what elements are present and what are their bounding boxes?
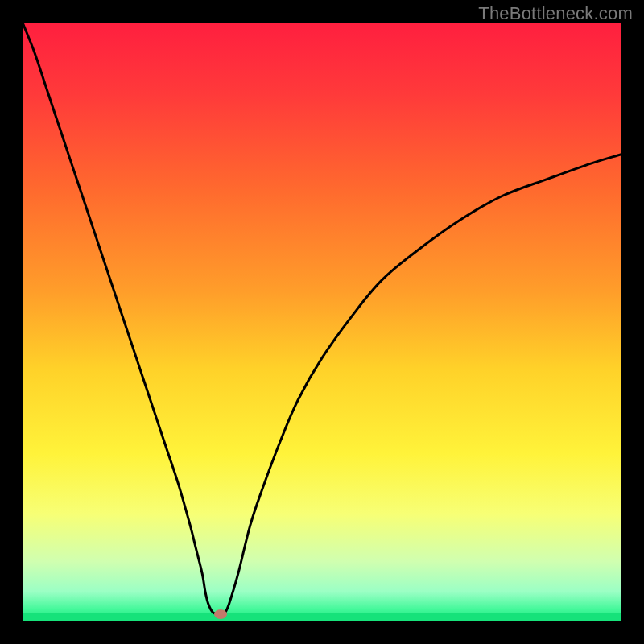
plot-area [23,23,621,621]
curve-layer [23,23,621,621]
chart-frame: TheBottleneck.com [0,0,644,644]
optimal-point-marker [214,609,227,619]
bottleneck-curve [23,23,621,614]
watermark-text: TheBottleneck.com [478,3,633,24]
